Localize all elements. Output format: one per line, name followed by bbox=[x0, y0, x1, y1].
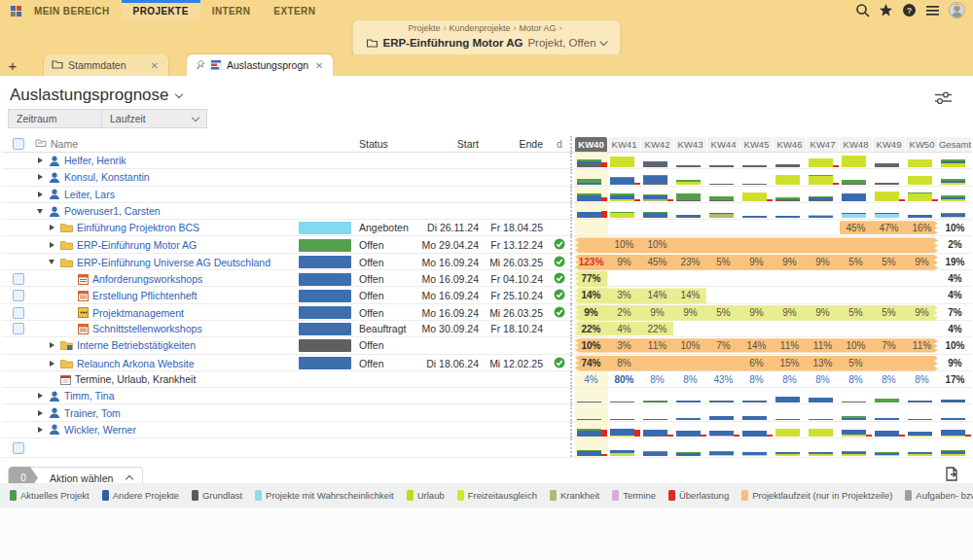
week-column-header-kw42[interactable]: KW42 bbox=[641, 137, 673, 152]
row-checkbox[interactable] bbox=[13, 290, 24, 301]
expand-arrow[interactable] bbox=[47, 361, 56, 367]
export-icon[interactable] bbox=[945, 467, 959, 481]
row-checkbox[interactable] bbox=[13, 442, 24, 454]
expand-arrow[interactable] bbox=[47, 260, 56, 264]
utilization-percent[interactable]: 8% bbox=[840, 371, 872, 387]
table-header-row: NameStatusStartEndedKW40KW41KW42KW43KW44… bbox=[2, 136, 972, 153]
utilization-percent[interactable]: 8% bbox=[641, 371, 673, 387]
column-header-d[interactable]: d bbox=[549, 139, 570, 150]
row-end-date: Fr 25.10.24 bbox=[485, 290, 549, 301]
menu-item-mein-bereich[interactable]: MEIN BEREICH bbox=[22, 0, 122, 20]
row-checkbox[interactable] bbox=[13, 273, 24, 285]
expand-arrow[interactable] bbox=[47, 225, 56, 230]
utilization-percent[interactable]: 8% bbox=[740, 371, 773, 387]
column-header-ende[interactable]: Ende bbox=[485, 138, 549, 150]
week-column-header-kw49[interactable]: KW49 bbox=[873, 137, 905, 152]
row-name-link[interactable]: Trainer, Tom bbox=[64, 407, 121, 419]
week-column-header-kw43[interactable]: KW43 bbox=[674, 137, 706, 152]
search-icon[interactable] bbox=[855, 3, 870, 18]
help-icon[interactable]: ? bbox=[902, 3, 917, 18]
column-header-start[interactable]: Start bbox=[416, 138, 485, 150]
utilization-percent: 7% bbox=[873, 337, 905, 353]
utilization-percent[interactable]: 80% bbox=[608, 371, 640, 387]
breadcrumb[interactable]: Projekte›Kundenprojekte›Motor AG› ERP-Ei… bbox=[352, 20, 620, 56]
row-name-link[interactable]: Poweruser1, Carsten bbox=[64, 205, 161, 217]
row-name-link[interactable]: Projektmanagement bbox=[92, 307, 184, 319]
column-header-name[interactable]: Name bbox=[35, 138, 298, 150]
week-column-header-kw46[interactable]: KW46 bbox=[774, 137, 806, 152]
row-name-link[interactable]: ERP-Einführung Motor AG bbox=[77, 239, 197, 251]
utilization-percent[interactable]: 43% bbox=[707, 371, 739, 387]
utilization-percent[interactable]: 8% bbox=[774, 371, 806, 387]
expand-arrow[interactable] bbox=[47, 342, 56, 348]
week-column-header-kw50[interactable]: KW50 bbox=[906, 137, 938, 152]
utilization-percent[interactable]: 8% bbox=[873, 371, 905, 387]
row-name-link[interactable]: Konsul, Konstantin bbox=[64, 171, 150, 183]
row-checkbox[interactable] bbox=[13, 307, 24, 319]
row-name-link[interactable]: ERP-Einführung Universe AG Deutschland bbox=[77, 257, 270, 268]
utilization-percent: 9% bbox=[674, 304, 706, 322]
expand-arrow[interactable] bbox=[35, 158, 45, 163]
tab-auslastungsprognose[interactable]: Auslastungsprogn ✕ bbox=[187, 54, 333, 76]
utilization-percent[interactable]: 4% bbox=[575, 371, 607, 387]
utilization-percent[interactable]: 8% bbox=[906, 371, 938, 387]
column-header-status[interactable]: Status bbox=[352, 138, 416, 150]
expand-arrow[interactable] bbox=[47, 242, 56, 248]
view-settings-icon[interactable] bbox=[935, 91, 952, 105]
expand-arrow[interactable] bbox=[35, 174, 45, 180]
expand-arrow[interactable] bbox=[35, 209, 45, 214]
week-column-header-kw48[interactable]: KW48 bbox=[840, 137, 872, 152]
utilization-bar bbox=[875, 431, 899, 437]
action-label: Aktion wählen bbox=[50, 472, 113, 484]
select-all-checkbox[interactable] bbox=[13, 138, 24, 150]
row-name-link[interactable]: Einführung Projektron BCS bbox=[77, 222, 199, 233]
week-column-header-kw40[interactable]: KW40 bbox=[575, 137, 607, 152]
row-checkbox[interactable] bbox=[13, 323, 24, 334]
utilization-percent[interactable]: 8% bbox=[807, 371, 839, 387]
chevron-down-icon[interactable] bbox=[599, 37, 607, 45]
utilization-bar bbox=[643, 212, 667, 219]
status-mini-bar bbox=[299, 323, 351, 335]
row-name-link[interactable]: Timm, Tina bbox=[64, 390, 115, 402]
week-column-header-kw41[interactable]: KW41 bbox=[608, 137, 640, 152]
close-tab-icon[interactable]: ✕ bbox=[149, 60, 161, 71]
menu-item-intern[interactable]: INTERN bbox=[200, 0, 263, 20]
expand-arrow[interactable] bbox=[35, 393, 45, 399]
expand-arrow[interactable] bbox=[35, 427, 45, 433]
menu-item-extern[interactable]: EXTERN bbox=[262, 0, 327, 20]
chevron-down-icon[interactable] bbox=[174, 89, 182, 97]
row-name-link[interactable]: Wickler, Werner bbox=[64, 424, 136, 436]
week-column-header-gesamt[interactable]: Gesamt bbox=[939, 137, 971, 152]
row-name-link[interactable]: Erstellung Pflichtenheft bbox=[92, 290, 197, 301]
row-name-link[interactable]: Helfer, Henrik bbox=[64, 155, 126, 166]
row-name-link[interactable]: Anforderungsworkshops bbox=[92, 273, 202, 285]
table-row: Erstellung PflichtenheftOffenMo 16.09.24… bbox=[2, 287, 972, 303]
pin-icon[interactable] bbox=[195, 59, 205, 72]
table-row: Leiter, Lars bbox=[2, 187, 972, 203]
week-column-header-kw47[interactable]: KW47 bbox=[807, 137, 839, 152]
favorites-star-icon[interactable] bbox=[879, 3, 893, 18]
utilization-bar bbox=[842, 213, 866, 219]
week-column-header-kw45[interactable]: KW45 bbox=[740, 137, 773, 152]
expand-arrow[interactable] bbox=[35, 410, 45, 416]
utilization-percent: 10% bbox=[608, 236, 640, 254]
new-tab-button[interactable]: + bbox=[0, 54, 25, 76]
menu-item-projekte[interactable]: PROJEKTE bbox=[122, 0, 200, 20]
close-tab-icon[interactable]: ✕ bbox=[313, 60, 325, 71]
row-name-link[interactable]: Leiter, Lars bbox=[64, 189, 115, 200]
expand-arrow[interactable] bbox=[35, 192, 45, 197]
utilization-percent: 11% bbox=[906, 337, 938, 353]
legend-swatch bbox=[741, 490, 748, 501]
filter-select-laufzeit[interactable]: Laufzeit bbox=[102, 109, 207, 128]
row-name-link[interactable]: Interne Betriebstätigkeiten bbox=[77, 339, 196, 351]
row-start-date: Mo 29.04.24 bbox=[416, 239, 485, 251]
week-column-header-kw44[interactable]: KW44 bbox=[707, 137, 739, 152]
user-avatar[interactable] bbox=[949, 2, 965, 18]
hamburger-menu-icon[interactable] bbox=[925, 3, 940, 18]
utilization-percent: 5% bbox=[840, 304, 872, 322]
utilization-percent[interactable]: 8% bbox=[674, 371, 706, 387]
row-name-link[interactable]: Relaunch Arkona Website bbox=[77, 358, 195, 369]
legend-item: Aktuelles Projekt bbox=[10, 490, 90, 501]
row-name-link[interactable]: Schnittstellenworkshops bbox=[92, 323, 202, 334]
tab-stammdaten[interactable]: Stammdaten ✕ bbox=[43, 54, 169, 76]
